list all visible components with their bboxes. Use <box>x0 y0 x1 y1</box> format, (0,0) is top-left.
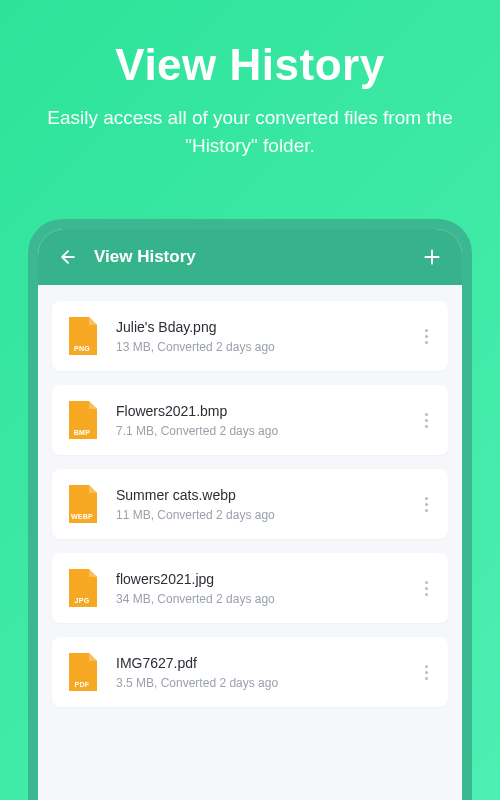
file-ext-label: PNG <box>66 345 98 352</box>
file-meta: 7.1 MB, Converted 2 days ago <box>116 424 414 438</box>
more-button[interactable] <box>414 575 438 602</box>
file-name: Flowers2021.bmp <box>116 403 414 419</box>
phone-screen: View History PNG Julie's Bday.png 13 MB,… <box>38 229 462 800</box>
file-meta: 13 MB, Converted 2 days ago <box>116 340 414 354</box>
hero-subtitle: Easily access all of your converted file… <box>40 104 460 159</box>
file-ext-label: BMP <box>66 429 98 436</box>
file-ext-label: JPG <box>66 597 98 604</box>
file-icon: WEBP <box>66 483 100 525</box>
file-info: flowers2021.jpg 34 MB, Converted 2 days … <box>116 571 414 606</box>
file-name: Summer cats.webp <box>116 487 414 503</box>
file-name: flowers2021.jpg <box>116 571 414 587</box>
file-info: Flowers2021.bmp 7.1 MB, Converted 2 days… <box>116 403 414 438</box>
more-button[interactable] <box>414 323 438 350</box>
file-name: IMG7627.pdf <box>116 655 414 671</box>
add-button[interactable] <box>420 245 444 269</box>
more-button[interactable] <box>414 491 438 518</box>
file-info: Summer cats.webp 11 MB, Converted 2 days… <box>116 487 414 522</box>
file-meta: 3.5 MB, Converted 2 days ago <box>116 676 414 690</box>
file-info: IMG7627.pdf 3.5 MB, Converted 2 days ago <box>116 655 414 690</box>
file-icon: JPG <box>66 567 100 609</box>
file-ext-label: WEBP <box>66 513 98 520</box>
appbar-title: View History <box>94 247 420 267</box>
list-item[interactable]: JPG flowers2021.jpg 34 MB, Converted 2 d… <box>52 553 448 623</box>
file-icon: BMP <box>66 399 100 441</box>
hero-section: View History Easily access all of your c… <box>0 0 500 189</box>
list-item[interactable]: PNG Julie's Bday.png 13 MB, Converted 2 … <box>52 301 448 371</box>
list-item[interactable]: WEBP Summer cats.webp 11 MB, Converted 2… <box>52 469 448 539</box>
file-list: PNG Julie's Bday.png 13 MB, Converted 2 … <box>38 285 462 737</box>
appbar: View History <box>38 229 462 285</box>
more-button[interactable] <box>414 659 438 686</box>
file-name: Julie's Bday.png <box>116 319 414 335</box>
arrow-left-icon <box>58 247 78 267</box>
file-info: Julie's Bday.png 13 MB, Converted 2 days… <box>116 319 414 354</box>
plus-icon <box>422 247 442 267</box>
list-item[interactable]: PDF IMG7627.pdf 3.5 MB, Converted 2 days… <box>52 637 448 707</box>
file-icon: PNG <box>66 315 100 357</box>
file-icon: PDF <box>66 651 100 693</box>
hero-title: View History <box>40 40 460 90</box>
phone-frame: View History PNG Julie's Bday.png 13 MB,… <box>28 219 472 800</box>
file-meta: 34 MB, Converted 2 days ago <box>116 592 414 606</box>
file-ext-label: PDF <box>66 681 98 688</box>
back-button[interactable] <box>56 245 80 269</box>
list-item[interactable]: BMP Flowers2021.bmp 7.1 MB, Converted 2 … <box>52 385 448 455</box>
more-button[interactable] <box>414 407 438 434</box>
file-meta: 11 MB, Converted 2 days ago <box>116 508 414 522</box>
